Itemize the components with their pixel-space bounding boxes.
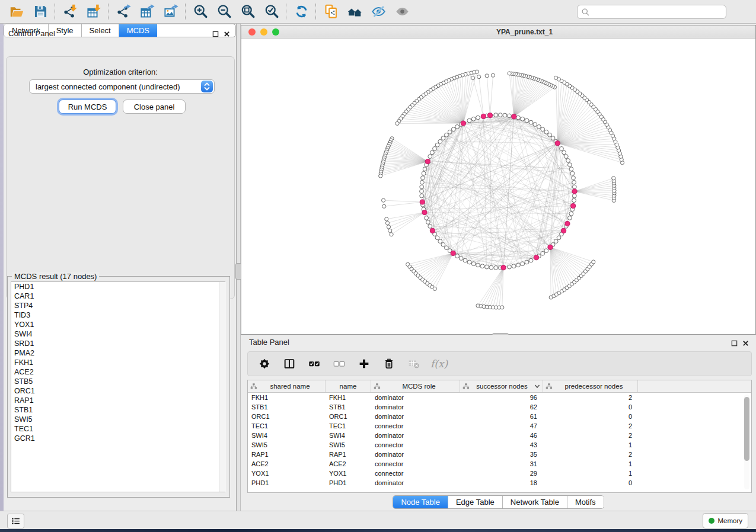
close-panel-icon[interactable] bbox=[742, 338, 749, 349]
table-cell: dominator bbox=[371, 403, 460, 411]
zoom-in-icon[interactable] bbox=[189, 2, 212, 22]
mcds-node-item[interactable]: PHD1 bbox=[11, 282, 225, 291]
table-cell: 96 bbox=[460, 394, 543, 401]
tab-select[interactable]: Select bbox=[82, 24, 119, 37]
sort-desc-icon bbox=[534, 384, 540, 389]
deselect-all-icon[interactable] bbox=[331, 355, 347, 372]
optimization-criterion-select[interactable]: largest connected component (undirected) bbox=[29, 79, 215, 94]
search-box[interactable] bbox=[577, 5, 726, 19]
export-network-icon[interactable] bbox=[111, 2, 135, 22]
mcds-node-item[interactable]: TEC1 bbox=[11, 424, 225, 434]
mcds-node-item[interactable]: STB1 bbox=[11, 405, 225, 415]
search-input[interactable] bbox=[590, 7, 722, 17]
table-settings-gear-icon[interactable] bbox=[256, 355, 273, 372]
memory-button[interactable]: Memory bbox=[703, 513, 748, 528]
zoom-selected-icon[interactable] bbox=[260, 2, 283, 22]
mcds-node-item[interactable]: PMA2 bbox=[11, 348, 225, 358]
table-row[interactable]: RAP1RAP1dominator352 bbox=[248, 450, 751, 459]
window-close-button[interactable] bbox=[248, 28, 256, 36]
task-history-button[interactable] bbox=[7, 514, 24, 528]
tab-network-table[interactable]: Network Table bbox=[503, 496, 567, 508]
save-session-icon[interactable] bbox=[28, 2, 52, 22]
select-all-icon[interactable] bbox=[306, 355, 323, 372]
table-row[interactable]: TEC1TEC1connector472 bbox=[248, 421, 751, 431]
mcds-result-list[interactable]: PHD1CAR1STP4TID3YOX1SWI4SRD1PMA2FKH1ACE2… bbox=[11, 281, 225, 492]
mcds-node-item[interactable]: GCR1 bbox=[11, 434, 225, 443]
mcds-result-title: MCDS result (17 nodes) bbox=[12, 272, 99, 281]
mcds-node-item[interactable]: SWI5 bbox=[11, 415, 225, 424]
control-panel-title: Control Panel bbox=[8, 29, 55, 38]
tab-mcds[interactable]: MCDS bbox=[119, 24, 157, 37]
mcds-node-item[interactable]: RAP1 bbox=[11, 396, 225, 405]
export-table-icon[interactable] bbox=[135, 2, 159, 22]
table-row[interactable]: FKH1FKH1dominator962 bbox=[248, 393, 751, 402]
show-all-icon[interactable] bbox=[390, 2, 414, 22]
show-columns-icon[interactable] bbox=[281, 355, 298, 372]
tab-edge-table[interactable]: Edge Table bbox=[448, 496, 503, 508]
column-header-predecessor-nodes[interactable]: predecessor nodes bbox=[543, 380, 638, 392]
table-row[interactable]: YOX1YOX1connector291 bbox=[248, 469, 751, 478]
network-graph[interactable] bbox=[241, 39, 755, 334]
column-header-successor-nodes[interactable]: successor nodes bbox=[460, 380, 543, 392]
tab-motifs[interactable]: Motifs bbox=[567, 496, 604, 508]
network-window-titlebar[interactable]: YPA_prune.txt_1 bbox=[241, 25, 755, 39]
table-row[interactable]: ACE2ACE2connector311 bbox=[248, 459, 751, 469]
open-file-icon[interactable] bbox=[5, 2, 28, 22]
table-row[interactable]: SWI5SWI5connector431 bbox=[248, 440, 751, 450]
mcds-list-scrollbar[interactable] bbox=[219, 282, 226, 492]
hide-selected-icon[interactable] bbox=[366, 2, 390, 22]
import-table-icon[interactable] bbox=[82, 2, 106, 22]
table-cell: 31 bbox=[460, 460, 543, 467]
table-cell: 43 bbox=[460, 441, 543, 448]
table-cell: dominator bbox=[371, 451, 460, 458]
window-minimize-button[interactable] bbox=[260, 28, 267, 36]
run-mcds-button[interactable]: Run MCDS bbox=[59, 100, 116, 114]
table-row[interactable]: STB1STB1dominator620 bbox=[248, 402, 751, 412]
export-image-icon[interactable] bbox=[159, 2, 183, 22]
memory-label: Memory bbox=[717, 517, 742, 524]
network-window: YPA_prune.txt_1 bbox=[241, 25, 756, 335]
column-header-shared-name[interactable]: shared name bbox=[248, 380, 326, 392]
refresh-icon[interactable] bbox=[289, 2, 313, 22]
memory-status-icon bbox=[709, 518, 714, 524]
table-body: FKH1FKH1dominator962STB1STB1dominator620… bbox=[248, 393, 751, 488]
mcds-node-item[interactable]: CAR1 bbox=[11, 291, 225, 301]
mcds-node-item[interactable]: STP4 bbox=[11, 301, 225, 310]
zoom-out-icon[interactable] bbox=[212, 2, 236, 22]
tab-node-table[interactable]: Node Table bbox=[393, 496, 448, 508]
mcds-node-item[interactable]: FKH1 bbox=[11, 358, 225, 367]
column-header-name[interactable]: name bbox=[326, 380, 371, 392]
table-scrollbar[interactable] bbox=[744, 395, 749, 489]
table-row[interactable]: ORC1ORC1dominator610 bbox=[248, 412, 751, 421]
mcds-node-item[interactable]: ACE2 bbox=[11, 367, 225, 377]
table-cell: connector bbox=[371, 460, 460, 467]
close-panel-icon[interactable] bbox=[224, 29, 230, 40]
table-cell: SWI5 bbox=[248, 441, 326, 448]
mcds-node-item[interactable]: TID3 bbox=[11, 310, 225, 320]
network-overview-icon[interactable] bbox=[343, 2, 366, 22]
mcds-node-item[interactable]: YOX1 bbox=[11, 320, 225, 329]
network-canvas[interactable] bbox=[241, 39, 755, 334]
duplicate-network-icon[interactable] bbox=[319, 2, 343, 22]
add-column-icon[interactable] bbox=[356, 355, 372, 372]
float-panel-icon[interactable] bbox=[212, 29, 219, 40]
table-cell: ORC1 bbox=[248, 413, 326, 420]
table-row[interactable]: SWI4SWI4dominator462 bbox=[248, 431, 751, 440]
table-cell: ORC1 bbox=[326, 413, 371, 420]
window-zoom-button[interactable] bbox=[272, 28, 279, 36]
zoom-fit-icon[interactable] bbox=[236, 2, 260, 22]
delete-column-icon[interactable] bbox=[381, 355, 397, 372]
table-scrollbar-thumb[interactable] bbox=[744, 397, 749, 461]
column-header-MCDS-role[interactable]: MCDS role bbox=[371, 380, 460, 392]
table-cell: 1 bbox=[543, 470, 638, 477]
mcds-node-item[interactable]: SRD1 bbox=[11, 339, 225, 348]
mcds-node-item[interactable]: SWI4 bbox=[11, 329, 225, 339]
mcds-node-item[interactable]: ORC1 bbox=[11, 386, 225, 396]
table-cell: PHD1 bbox=[248, 479, 326, 486]
tree-icon bbox=[374, 383, 381, 390]
close-panel-button[interactable]: Close panel bbox=[123, 100, 186, 114]
float-panel-icon[interactable] bbox=[731, 338, 738, 349]
table-row[interactable]: PHD1PHD1dominator180 bbox=[248, 478, 751, 488]
mcds-node-item[interactable]: STB5 bbox=[11, 377, 225, 386]
import-network-icon[interactable] bbox=[58, 2, 82, 22]
